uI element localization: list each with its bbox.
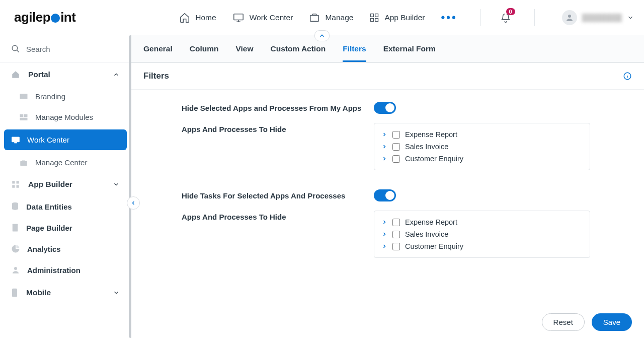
checkbox-sales-invoice[interactable]	[392, 143, 400, 151]
chevron-up-icon	[113, 71, 120, 78]
list-item-label: Expense Report	[405, 130, 457, 139]
panel-footer: Reset Save	[131, 306, 644, 338]
checkbox-expense-report[interactable]	[392, 131, 400, 139]
sidebar-item-work-center[interactable]: Work Center	[4, 129, 127, 150]
chevron-right-icon	[381, 131, 387, 138]
tab-view[interactable]: View	[235, 44, 253, 62]
hide-tasks-toggle-label: Hide Tasks For Selected Apps And Process…	[182, 189, 374, 200]
nav-app-builder[interactable]: App Builder	[369, 13, 425, 23]
chevron-right-icon	[381, 144, 387, 150]
collapse-top-button[interactable]	[314, 30, 330, 41]
svg-rect-9	[20, 114, 24, 117]
sidebar-group-portal[interactable]: Portal	[0, 63, 131, 86]
svg-rect-0	[233, 14, 243, 20]
expand-button[interactable]	[381, 156, 387, 162]
list-item-label: Expense Report	[405, 218, 457, 226]
sidebar-search[interactable]: Search	[0, 35, 131, 63]
collapse-sidebar-button[interactable]	[127, 196, 140, 210]
sidebar-group-mobile[interactable]: Mobile	[0, 281, 131, 305]
svg-rect-11	[20, 117, 28, 120]
logo-dot-icon	[51, 14, 60, 23]
svg-rect-15	[12, 181, 15, 183]
save-button[interactable]: Save	[592, 313, 632, 331]
tab-custom-action[interactable]: Custom Action	[270, 44, 326, 62]
monitor-icon	[232, 12, 245, 23]
page-icon	[11, 223, 19, 232]
notifications-button[interactable]: 0	[500, 12, 511, 23]
user-menu[interactable]: ████████	[562, 10, 634, 25]
nav-more[interactable]: •••	[441, 11, 457, 24]
svg-rect-22	[12, 289, 17, 297]
nav-work-center-label: Work Center	[250, 13, 293, 22]
list-item: Customer Enquiry	[381, 240, 583, 252]
info-button[interactable]	[623, 72, 632, 81]
expand-button[interactable]	[381, 219, 387, 225]
sidebar-item-manage-modules[interactable]: Manage Modules	[0, 107, 131, 127]
tab-column-label: Column	[190, 44, 219, 53]
expand-button[interactable]	[381, 231, 387, 237]
tab-general[interactable]: General	[143, 44, 173, 62]
hide-apps-toggle[interactable]	[374, 102, 396, 114]
sidebar-portal-label: Portal	[28, 70, 50, 79]
chart-icon	[11, 244, 20, 253]
sidebar-item-branding[interactable]: Branding	[0, 86, 131, 107]
expand-button[interactable]	[381, 144, 387, 150]
grid-icon	[369, 13, 379, 23]
sidebar-mobile-label: Mobile	[26, 288, 51, 297]
app-builder-icon	[11, 180, 20, 189]
sidebar-data-entities-label: Data Entities	[26, 202, 72, 211]
expand-button[interactable]	[381, 131, 387, 138]
sidebar-group-app-builder[interactable]: App Builder	[0, 173, 131, 196]
svg-rect-10	[24, 114, 28, 117]
svg-rect-16	[17, 181, 19, 183]
tab-column[interactable]: Column	[190, 44, 219, 62]
database-icon	[11, 202, 19, 211]
svg-rect-2	[371, 14, 374, 17]
sidebar-item-data-entities[interactable]: Data Entities	[0, 196, 131, 217]
expand-button[interactable]	[381, 243, 387, 249]
form-area: Hide Selected Apps and Processes From My…	[131, 90, 644, 306]
info-icon	[623, 72, 632, 81]
nav-home-label: Home	[195, 13, 216, 22]
list-item: Sales Invoice	[381, 228, 583, 240]
panel-header: Filters	[131, 63, 644, 90]
nav-work-center[interactable]: Work Center	[232, 12, 293, 23]
checkbox-sales-invoice-2[interactable]	[392, 231, 400, 238]
reset-button[interactable]: Reset	[542, 313, 585, 331]
sidebar-item-manage-center[interactable]: Manage Center	[0, 152, 131, 173]
hide-tasks-toggle[interactable]	[374, 189, 396, 201]
sidebar-work-center-label: Work Center	[27, 136, 69, 144]
sidebar-item-page-builder[interactable]: Page Builder	[0, 217, 131, 238]
checkbox-customer-enquiry[interactable]	[392, 155, 400, 163]
work-center-icon	[11, 136, 20, 144]
list-item: Sales Invoice	[381, 141, 583, 153]
portal-icon	[11, 70, 20, 79]
nav-manage-label: Manage	[325, 13, 353, 22]
checkbox-customer-enquiry-2[interactable]	[392, 243, 400, 250]
tab-external-form[interactable]: External Form	[383, 44, 436, 62]
svg-rect-4	[371, 18, 374, 21]
tab-filters[interactable]: Filters	[343, 44, 366, 62]
sidebar-item-analytics[interactable]: Analytics	[0, 238, 131, 259]
nav-manage[interactable]: Manage	[309, 12, 353, 23]
checkbox-expense-report-2[interactable]	[392, 219, 400, 226]
sidebar-modules-label: Manage Modules	[35, 113, 93, 121]
notifications-badge: 0	[506, 8, 515, 15]
top-nav: agilepint Home Work Center Manage App Bu…	[0, 0, 644, 35]
sidebar-item-administration[interactable]: Administration	[0, 259, 131, 281]
chevron-right-icon	[381, 156, 387, 162]
sidebar: Search Portal Branding Manage Modules Wo…	[0, 35, 131, 338]
nav-home[interactable]: Home	[179, 12, 216, 23]
nav-app-builder-label: App Builder	[384, 13, 425, 22]
nav-separator	[480, 9, 481, 26]
chevron-down-icon	[113, 181, 120, 188]
modules-icon	[19, 113, 28, 121]
tab-general-label: General	[143, 44, 173, 53]
tabs: General Column View Custom Action Filter…	[131, 35, 644, 62]
nav-separator-2	[534, 9, 535, 26]
user-icon	[565, 13, 574, 22]
briefcase-icon	[309, 12, 320, 23]
tab-filters-label: Filters	[343, 44, 366, 53]
filters-panel: Filters Hide Selected Apps and Processes…	[131, 62, 644, 338]
save-button-label: Save	[603, 318, 620, 326]
